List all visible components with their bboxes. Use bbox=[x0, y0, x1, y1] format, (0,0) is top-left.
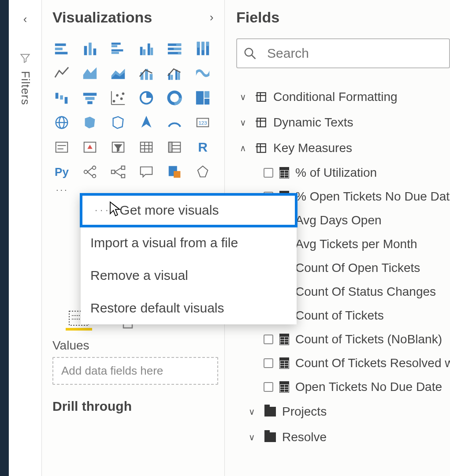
slicer-icon[interactable] bbox=[109, 138, 127, 156]
table-icon[interactable] bbox=[137, 138, 156, 156]
svg-rect-34 bbox=[175, 70, 178, 80]
measure-icon bbox=[279, 381, 289, 393]
drill-through-label: Drill through bbox=[52, 399, 218, 414]
gauge-icon[interactable] bbox=[165, 113, 184, 132]
checkbox[interactable] bbox=[264, 382, 273, 392]
shape-map-icon[interactable] bbox=[109, 113, 127, 132]
funnel-icon[interactable] bbox=[19, 52, 31, 67]
values-drop-well[interactable]: Add data fields here bbox=[52, 357, 218, 385]
folder-icon bbox=[264, 432, 276, 442]
table-label: Key Measures bbox=[273, 141, 352, 155]
collapse-left-icon[interactable]: ‹ bbox=[23, 12, 27, 26]
line-chart-icon[interactable] bbox=[52, 64, 71, 82]
viz-header: Visualizations › bbox=[52, 9, 218, 26]
measure-label: Open Tickets No Due Date bbox=[295, 380, 442, 394]
svg-rect-41 bbox=[87, 101, 92, 104]
treemap-icon[interactable] bbox=[193, 89, 212, 107]
pie-chart-icon[interactable] bbox=[137, 89, 156, 107]
checkbox[interactable] bbox=[264, 335, 273, 344]
menu-restore-visuals[interactable]: Restore default visuals bbox=[81, 292, 297, 324]
chevron-down-icon: ∨ bbox=[245, 406, 258, 417]
menu-remove-visual[interactable]: Remove a visual bbox=[81, 259, 297, 292]
table-icon bbox=[256, 91, 267, 103]
measure-icon bbox=[279, 334, 289, 345]
search-box[interactable] bbox=[236, 38, 450, 68]
qa-icon[interactable] bbox=[137, 163, 156, 181]
checkbox[interactable] bbox=[264, 358, 273, 368]
table-key-measures[interactable]: ∧ Key Measures bbox=[236, 135, 450, 161]
map-icon[interactable] bbox=[52, 113, 71, 132]
chevron-up-icon: ∧ bbox=[236, 143, 249, 153]
clustered-bar-icon[interactable] bbox=[109, 39, 127, 58]
paginated-report-icon[interactable] bbox=[193, 163, 212, 181]
table-dynamic-texts[interactable]: ∨ Dynamic Texts bbox=[236, 110, 450, 135]
search-input[interactable] bbox=[266, 45, 443, 61]
python-icon[interactable]: Py bbox=[52, 163, 71, 181]
measure-label: Count of Tickets (NoBlank) bbox=[295, 332, 442, 346]
svg-rect-65 bbox=[141, 142, 152, 152]
scatter-chart-icon[interactable] bbox=[109, 89, 127, 107]
ribbon-chart-icon[interactable] bbox=[193, 64, 212, 82]
svg-rect-39 bbox=[83, 93, 97, 96]
values-label: Values bbox=[52, 338, 218, 353]
stacked-bar-icon[interactable] bbox=[52, 39, 71, 58]
measure-label: Count Of Status Changes bbox=[295, 285, 436, 299]
matrix-icon[interactable] bbox=[165, 138, 184, 156]
kpi-icon[interactable] bbox=[81, 138, 99, 156]
svg-rect-40 bbox=[86, 97, 95, 100]
svg-line-92 bbox=[252, 55, 256, 59]
measure-item[interactable]: Count Of Tickets Resolved wit bbox=[264, 351, 450, 375]
stacked-area-icon[interactable] bbox=[109, 64, 127, 82]
measure-item[interactable]: Count of Tickets (NoBlank) bbox=[264, 327, 450, 351]
hundred-column-icon[interactable] bbox=[193, 39, 212, 58]
line-stacked-column-icon[interactable] bbox=[137, 64, 156, 82]
viz-gallery: 123 R Py bbox=[52, 39, 218, 181]
stacked-column-icon[interactable] bbox=[81, 39, 99, 58]
hundred-bar-icon[interactable] bbox=[165, 39, 184, 58]
svg-point-42 bbox=[113, 100, 115, 103]
menu-import-visual[interactable]: Import a visual from a file bbox=[81, 227, 297, 259]
svg-rect-81 bbox=[122, 166, 125, 170]
svg-rect-4 bbox=[89, 43, 92, 56]
svg-rect-35 bbox=[178, 72, 180, 80]
multirow-card-icon[interactable] bbox=[52, 138, 71, 156]
svg-rect-11 bbox=[143, 49, 145, 55]
r-script-icon[interactable]: R bbox=[193, 138, 212, 156]
svg-line-84 bbox=[115, 172, 121, 176]
svg-rect-52 bbox=[205, 91, 209, 98]
checkbox[interactable] bbox=[264, 168, 273, 178]
svg-point-75 bbox=[84, 170, 88, 174]
svg-point-43 bbox=[116, 94, 119, 97]
smart-narrative-icon[interactable] bbox=[165, 163, 184, 181]
menu-get-more-visuals[interactable]: ··· Get more visuals bbox=[80, 193, 298, 227]
table-conditional-formatting[interactable]: ∨ Conditional Formatting bbox=[236, 84, 450, 110]
azure-map-icon[interactable] bbox=[137, 113, 156, 132]
area-chart-icon[interactable] bbox=[81, 64, 99, 82]
table-projects[interactable]: ∨ Projects bbox=[245, 399, 450, 424]
svg-rect-10 bbox=[140, 47, 143, 55]
donut-chart-icon[interactable] bbox=[165, 89, 184, 107]
measure-item[interactable]: % of Utilization bbox=[264, 161, 450, 185]
funnel-chart-icon[interactable] bbox=[81, 89, 99, 107]
filters-rail: ‹ Filters bbox=[9, 0, 42, 476]
measure-item[interactable]: Open Tickets No Due Date bbox=[264, 375, 450, 399]
decomposition-tree-icon[interactable] bbox=[109, 163, 127, 181]
svg-rect-12 bbox=[148, 44, 150, 56]
clustered-column-icon[interactable] bbox=[137, 39, 156, 58]
menu-label: Import a visual from a file bbox=[90, 235, 238, 250]
svg-rect-53 bbox=[205, 99, 209, 104]
svg-rect-9 bbox=[112, 52, 119, 54]
table-label: Resolve bbox=[282, 430, 327, 444]
left-dark-bar bbox=[0, 0, 9, 476]
card-icon[interactable]: 123 bbox=[193, 113, 212, 132]
key-influencers-icon[interactable] bbox=[81, 163, 99, 181]
line-clustered-column-icon[interactable] bbox=[165, 64, 184, 82]
visualizations-pane: Visualizations › bbox=[42, 0, 225, 476]
context-menu: ··· Get more visuals Import a visual fro… bbox=[81, 194, 297, 324]
waterfall-icon[interactable] bbox=[52, 89, 71, 107]
filled-map-icon[interactable] bbox=[81, 113, 99, 132]
svg-line-78 bbox=[87, 168, 92, 172]
table-resolve[interactable]: ∨ Resolve bbox=[245, 424, 450, 450]
collapse-right-icon[interactable]: › bbox=[205, 11, 218, 24]
measure-label: Avg Tickets per Month bbox=[295, 237, 417, 251]
